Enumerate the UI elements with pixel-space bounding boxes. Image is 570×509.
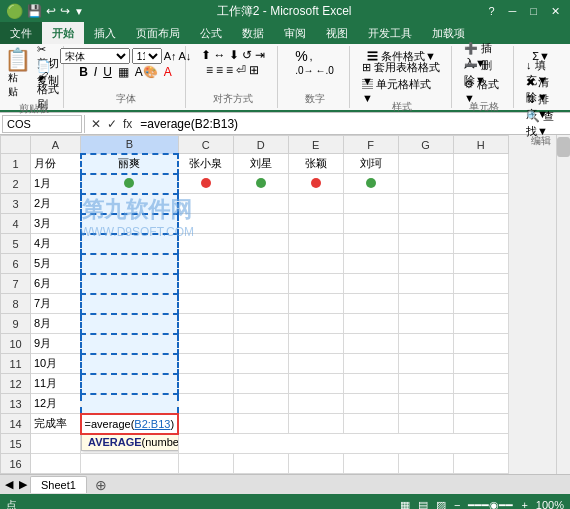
increase-font-icon[interactable]: A↑ bbox=[164, 50, 177, 62]
bold-button[interactable]: B bbox=[77, 65, 90, 79]
italic-button[interactable]: I bbox=[92, 65, 99, 79]
prev-sheet-icon[interactable]: ◀ bbox=[2, 478, 16, 491]
cell-B5[interactable] bbox=[81, 234, 179, 254]
tab-view[interactable]: 视图 bbox=[316, 22, 358, 44]
cell-H1[interactable] bbox=[453, 154, 508, 174]
cell-E8[interactable] bbox=[288, 294, 343, 314]
view-pagebreak-icon[interactable]: ▨ bbox=[436, 499, 446, 510]
zoom-slider[interactable]: ━━━◉━━ bbox=[468, 499, 513, 510]
cell-H7[interactable] bbox=[453, 274, 508, 294]
cell-F3[interactable] bbox=[343, 194, 398, 214]
tab-home[interactable]: 开始 bbox=[42, 22, 84, 44]
cell-E4[interactable] bbox=[288, 214, 343, 234]
tab-file[interactable]: 文件 bbox=[0, 22, 42, 44]
formula-input[interactable]: =average(B2:B13) bbox=[136, 117, 568, 131]
cell-A3[interactable]: 2月 bbox=[31, 194, 81, 214]
tab-insert[interactable]: 插入 bbox=[84, 22, 126, 44]
cell-H16[interactable] bbox=[453, 454, 508, 474]
merge-cells-icon[interactable]: ⊞ bbox=[249, 63, 259, 77]
cell-D9[interactable] bbox=[233, 314, 288, 334]
help-button[interactable]: ? bbox=[484, 5, 498, 18]
cell-G10[interactable] bbox=[398, 334, 453, 354]
cell-C14[interactable] bbox=[178, 414, 233, 434]
cell-C8[interactable] bbox=[178, 294, 233, 314]
cell-A12[interactable]: 11月 bbox=[31, 374, 81, 394]
cell-G7[interactable] bbox=[398, 274, 453, 294]
cell-E11[interactable] bbox=[288, 354, 343, 374]
close-button[interactable]: ✕ bbox=[547, 5, 564, 18]
wrap-text-icon[interactable]: ⏎ bbox=[236, 63, 246, 77]
cell-H6[interactable] bbox=[453, 254, 508, 274]
cell-C4[interactable] bbox=[178, 214, 233, 234]
cell-F16[interactable] bbox=[343, 454, 398, 474]
cell-B6[interactable] bbox=[81, 254, 179, 274]
cell-H4[interactable] bbox=[453, 214, 508, 234]
col-header-B[interactable]: B bbox=[81, 136, 179, 154]
cell-A7[interactable]: 6月 bbox=[31, 274, 81, 294]
cell-E10[interactable] bbox=[288, 334, 343, 354]
cell-B7[interactable] bbox=[81, 274, 179, 294]
cell-F7[interactable] bbox=[343, 274, 398, 294]
cell-A16[interactable] bbox=[31, 454, 81, 474]
cell-A8[interactable]: 7月 bbox=[31, 294, 81, 314]
cell-H9[interactable] bbox=[453, 314, 508, 334]
cell-F13[interactable] bbox=[343, 394, 398, 414]
col-header-A[interactable]: A bbox=[31, 136, 81, 154]
cell-D6[interactable] bbox=[233, 254, 288, 274]
undo-icon[interactable]: ↩ bbox=[46, 4, 56, 18]
cell-G3[interactable] bbox=[398, 194, 453, 214]
cell-D16[interactable] bbox=[233, 454, 288, 474]
cell-E14[interactable] bbox=[288, 414, 343, 434]
cell-C1[interactable]: 张小泉 bbox=[178, 154, 233, 174]
cell-B10[interactable] bbox=[81, 334, 179, 354]
cell-A13[interactable]: 12月 bbox=[31, 394, 81, 414]
redo-icon[interactable]: ↪ bbox=[60, 4, 70, 18]
cell-F1[interactable]: 刘珂 bbox=[343, 154, 398, 174]
cell-C5[interactable] bbox=[178, 234, 233, 254]
cell-D14[interactable] bbox=[233, 414, 288, 434]
cell-G11[interactable] bbox=[398, 354, 453, 374]
customize-icon[interactable]: ▼ bbox=[74, 6, 84, 17]
cell-C6[interactable] bbox=[178, 254, 233, 274]
comma-icon[interactable]: , bbox=[310, 50, 313, 62]
cell-H5[interactable] bbox=[453, 234, 508, 254]
cell-E1[interactable]: 张颖 bbox=[288, 154, 343, 174]
cell-styles-button[interactable]: ▤ 单元格样式▼ bbox=[358, 82, 445, 98]
cell-C2[interactable] bbox=[178, 174, 233, 194]
cell-C9[interactable] bbox=[178, 314, 233, 334]
cell-E9[interactable] bbox=[288, 314, 343, 334]
underline-button[interactable]: U bbox=[101, 65, 114, 79]
percent-icon[interactable]: % bbox=[295, 48, 307, 64]
view-layout-icon[interactable]: ▤ bbox=[418, 499, 428, 510]
cell-H8[interactable] bbox=[453, 294, 508, 314]
increase-decimal-icon[interactable]: .0→ bbox=[295, 65, 313, 76]
cell-B1[interactable]: 丽爽 bbox=[81, 154, 179, 174]
cell-D12[interactable] bbox=[233, 374, 288, 394]
indent-icon[interactable]: ⇥ bbox=[255, 48, 265, 62]
next-sheet-icon[interactable]: ▶ bbox=[16, 478, 30, 491]
align-middle-icon[interactable]: ↔ bbox=[214, 48, 226, 62]
vertical-scrollbar[interactable] bbox=[556, 135, 570, 474]
tab-data[interactable]: 数据 bbox=[232, 22, 274, 44]
cell-H13[interactable] bbox=[453, 394, 508, 414]
cell-A14[interactable]: 完成率 bbox=[31, 414, 81, 434]
scrollbar-thumb[interactable] bbox=[557, 137, 570, 157]
col-header-G[interactable]: G bbox=[398, 136, 453, 154]
insert-function-button[interactable]: fx bbox=[121, 117, 134, 131]
cell-D5[interactable] bbox=[233, 234, 288, 254]
cell-H2[interactable] bbox=[453, 174, 508, 194]
cell-G2[interactable] bbox=[398, 174, 453, 194]
cell-H3[interactable] bbox=[453, 194, 508, 214]
grid-scroll[interactable]: A B C D E F G H 1 月份 丽爽 张小泉 刘星 bbox=[0, 135, 556, 474]
cell-E13[interactable] bbox=[288, 394, 343, 414]
cell-G5[interactable] bbox=[398, 234, 453, 254]
align-top-icon[interactable]: ⬆ bbox=[201, 48, 211, 62]
add-sheet-button[interactable]: ⊕ bbox=[89, 476, 113, 494]
cell-C7[interactable] bbox=[178, 274, 233, 294]
border-button[interactable]: ▦ bbox=[116, 65, 131, 79]
cell-A2[interactable]: 1月 bbox=[31, 174, 81, 194]
cell-E5[interactable] bbox=[288, 234, 343, 254]
cell-A6[interactable]: 5月 bbox=[31, 254, 81, 274]
cell-C16[interactable] bbox=[178, 454, 233, 474]
tab-review[interactable]: 审阅 bbox=[274, 22, 316, 44]
